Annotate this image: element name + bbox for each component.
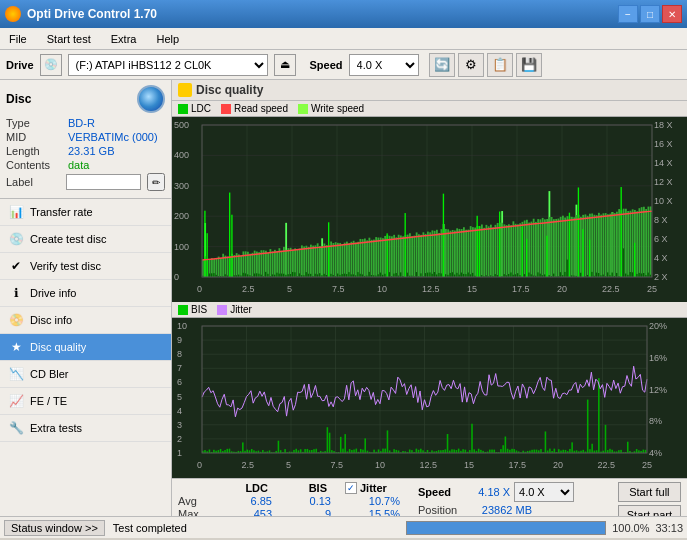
speed-position-section: Speed 4.18 X 4.0 X Position 23862 MB Sam… <box>408 482 574 516</box>
legend-bis-color <box>178 305 188 315</box>
jitter-header: ✓ Jitter <box>345 482 400 494</box>
legend-read-speed-label: Read speed <box>234 103 288 114</box>
speed-row: Speed 4.18 X 4.0 X <box>418 482 574 502</box>
fe-te-label: FE / TE <box>30 395 67 407</box>
sidebar-item-drive-info[interactable]: ℹ Drive info <box>0 280 171 307</box>
stats-labels-col: LDC BIS Avg 6.85 0.13 Max 453 9 Total 26… <box>178 482 331 516</box>
title-bar: Opti Drive Control 1.70 − □ ✕ <box>0 0 687 28</box>
bottom-chart <box>172 318 687 478</box>
menu-start-test[interactable]: Start test <box>42 31 96 47</box>
status-bar: Status window >> Test completed 100.0% 3… <box>0 516 687 538</box>
menu-bar: File Start test Extra Help <box>0 28 687 50</box>
menu-help[interactable]: Help <box>151 31 184 47</box>
action-buttons: Start full Start part <box>618 482 681 516</box>
sidebar-item-disc-quality[interactable]: ★ Disc quality <box>0 334 171 361</box>
type-key: Type <box>6 117 64 129</box>
progress-text: 100.0% <box>612 522 649 534</box>
legend-ldc-color <box>178 104 188 114</box>
length-val: 23.31 GB <box>68 145 114 157</box>
progress-bar-fill <box>407 522 605 534</box>
label-input[interactable] <box>66 174 141 190</box>
chart-legend-top: LDC Read speed Write speed <box>172 101 687 117</box>
legend-ldc: LDC <box>178 103 211 114</box>
progress-section: 100.0% 33:13 <box>406 521 683 535</box>
legend-jitter: Jitter <box>217 304 252 315</box>
contents-key: Contents <box>6 159 64 171</box>
app-icon <box>5 6 21 22</box>
content-area: Disc quality LDC Read speed Write speed <box>172 80 687 516</box>
speed-val: 4.18 X <box>455 486 510 498</box>
save-button[interactable]: 💾 <box>516 53 542 77</box>
title-bar-left: Opti Drive Control 1.70 <box>5 6 157 22</box>
disc-quality-label: Disc quality <box>30 341 86 353</box>
chart-legend-bottom: BIS Jitter <box>172 302 687 318</box>
sidebar-item-cd-bler[interactable]: 📉 CD Bler <box>0 361 171 388</box>
drive-select[interactable]: (F:) ATAPI iHBS112 2 CL0K <box>68 54 268 76</box>
maximize-button[interactable]: □ <box>640 5 660 23</box>
create-test-disc-icon: 💿 <box>8 231 24 247</box>
stats-avg-ldc: 6.85 <box>217 495 272 507</box>
label-edit-button[interactable]: ✏ <box>147 173 165 191</box>
legend-read-speed: Read speed <box>221 103 288 114</box>
disc-image <box>137 85 165 113</box>
sidebar: Disc Type BD-R MID VERBATIMc (000) Lengt… <box>0 80 172 516</box>
legend-write-speed-label: Write speed <box>311 103 364 114</box>
stats-max-row: Max 453 9 <box>178 508 331 516</box>
sidebar-item-verify-test-disc[interactable]: ✔ Verify test disc <box>0 253 171 280</box>
refresh-button[interactable]: 🔄 <box>429 53 455 77</box>
sidebar-item-disc-info[interactable]: 📀 Disc info <box>0 307 171 334</box>
disc-quality-title: Disc quality <box>196 83 263 97</box>
drive-icon-btn[interactable]: 💿 <box>40 54 62 76</box>
jitter-section: ✓ Jitter 10.7% 15.5% <box>339 482 400 516</box>
sidebar-item-extra-tests[interactable]: 🔧 Extra tests <box>0 415 171 442</box>
drive-info-label: Drive info <box>30 287 76 299</box>
status-window-button[interactable]: Status window >> <box>4 520 105 536</box>
jitter-avg-val: 10.7% <box>345 495 400 507</box>
sidebar-item-fe-te[interactable]: 📈 FE / TE <box>0 388 171 415</box>
sidebar-item-create-test-disc[interactable]: 💿 Create test disc <box>0 226 171 253</box>
time-text: 33:13 <box>655 522 683 534</box>
jitter-max-row: 15.5% <box>345 508 400 516</box>
stats-area: LDC BIS Avg 6.85 0.13 Max 453 9 Total 26… <box>172 478 687 516</box>
info-button[interactable]: 📋 <box>487 53 513 77</box>
drive-info-icon: ℹ <box>8 285 24 301</box>
legend-bis-label: BIS <box>191 304 207 315</box>
close-button[interactable]: ✕ <box>662 5 682 23</box>
drive-label: Drive <box>6 59 34 71</box>
menu-extra[interactable]: Extra <box>106 31 142 47</box>
speed-select[interactable]: 4.0 X <box>349 54 419 76</box>
legend-bis: BIS <box>178 304 207 315</box>
eject-button[interactable]: ⏏ <box>274 54 296 76</box>
jitter-checkbox[interactable]: ✓ <box>345 482 357 494</box>
jitter-avg-row: 10.7% <box>345 495 400 507</box>
speed-label: Speed <box>310 59 343 71</box>
menu-file[interactable]: File <box>4 31 32 47</box>
label-key: Label <box>6 176 62 188</box>
contents-val: data <box>68 159 89 171</box>
fe-te-icon: 📈 <box>8 393 24 409</box>
app-title: Opti Drive Control 1.70 <box>27 7 157 21</box>
extra-tests-icon: 🔧 <box>8 420 24 436</box>
type-val: BD-R <box>68 117 95 129</box>
drive-bar: Drive 💿 (F:) ATAPI iHBS112 2 CL0K ⏏ Spee… <box>0 50 687 80</box>
start-part-button[interactable]: Start part <box>618 505 681 516</box>
transfer-rate-icon: 📊 <box>8 204 24 220</box>
stats-max-label: Max <box>178 508 213 516</box>
disc-quality-header-icon <box>178 83 192 97</box>
disc-info-label: Disc info <box>30 314 72 326</box>
sidebar-item-transfer-rate[interactable]: 📊 Transfer rate <box>0 199 171 226</box>
position-row: Position 23862 MB <box>418 504 574 516</box>
disc-quality-header: Disc quality <box>172 80 687 101</box>
legend-read-speed-color <box>221 104 231 114</box>
length-key: Length <box>6 145 64 157</box>
stats-max-ldc: 453 <box>217 508 272 516</box>
settings-button[interactable]: ⚙ <box>458 53 484 77</box>
minimize-button[interactable]: − <box>618 5 638 23</box>
top-chart <box>172 117 687 302</box>
jitter-max-val: 15.5% <box>345 508 400 516</box>
legend-jitter-label: Jitter <box>230 304 252 315</box>
disc-info-panel: Disc Type BD-R MID VERBATIMc (000) Lengt… <box>0 80 171 199</box>
mid-val: VERBATIMc (000) <box>68 131 158 143</box>
start-full-button[interactable]: Start full <box>618 482 681 502</box>
speed-dropdown[interactable]: 4.0 X <box>514 482 574 502</box>
